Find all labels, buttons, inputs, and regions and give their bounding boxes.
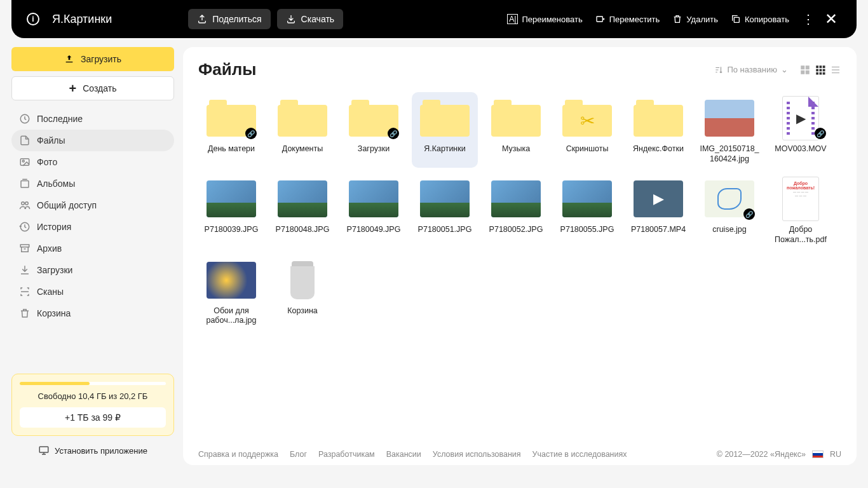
sidebar-item-scans[interactable]: Сканы bbox=[11, 281, 174, 302]
share-button[interactable]: Поделиться bbox=[188, 9, 270, 29]
shared-badge-icon: 🔗 bbox=[245, 128, 257, 139]
folder-item[interactable]: Я.Картинки bbox=[412, 92, 478, 168]
move-button[interactable]: Переместить bbox=[589, 9, 667, 29]
folder-item[interactable]: Документы bbox=[269, 92, 336, 168]
files-icon bbox=[19, 135, 31, 146]
svg-rect-22 bbox=[823, 72, 825, 74]
item-label: P7180051.JPG bbox=[418, 225, 472, 235]
trash-icon bbox=[287, 261, 318, 299]
view-large-icon[interactable] bbox=[799, 64, 811, 76]
image-item[interactable]: P7180052.JPG bbox=[483, 173, 549, 248]
item-label: Добро Пожал...ть.pdf bbox=[769, 225, 832, 245]
image-item[interactable]: Обои для рабоч...ла.jpg bbox=[198, 254, 264, 330]
image-item[interactable]: P7180051.JPG bbox=[412, 173, 478, 248]
sidebar-item-history[interactable]: История bbox=[11, 216, 174, 238]
create-label: Создать bbox=[83, 83, 116, 93]
rename-label: Переименовать bbox=[522, 15, 582, 24]
image-thumb bbox=[491, 180, 541, 217]
archive-icon bbox=[19, 243, 31, 254]
pdf-item[interactable]: Добро пожаловать!— — — —— — —Добро Пожал… bbox=[768, 173, 834, 248]
monitor-icon bbox=[38, 445, 50, 456]
delete-button[interactable]: Удалить bbox=[666, 9, 724, 29]
download-button[interactable]: Скачать bbox=[277, 9, 344, 29]
footer-link[interactable]: Разработчикам bbox=[318, 450, 375, 459]
trash-item[interactable]: Корзина bbox=[269, 254, 336, 330]
folder-item[interactable]: 🔗Загрузки bbox=[341, 92, 407, 168]
folder-item[interactable]: Яндекс.Фотки bbox=[625, 92, 691, 168]
upload-button[interactable]: Загрузить bbox=[11, 47, 174, 71]
svg-rect-18 bbox=[820, 69, 822, 71]
svg-rect-16 bbox=[823, 65, 825, 68]
upload-icon bbox=[64, 54, 74, 64]
sidebar-item-albums[interactable]: Альбомы bbox=[11, 173, 174, 194]
create-button[interactable]: + Создать bbox=[11, 76, 174, 100]
folder-item[interactable]: 🔗День матери bbox=[198, 92, 264, 168]
file-grid: 🔗День материДокументы🔗ЗагрузкиЯ.Картинки… bbox=[198, 92, 841, 330]
svg-rect-21 bbox=[820, 72, 822, 74]
download-label: Скачать bbox=[301, 14, 335, 24]
image-item[interactable]: IMG_20150718_160424.jpg bbox=[696, 92, 763, 168]
sort-label: По названию bbox=[727, 65, 777, 74]
image-thumb bbox=[349, 180, 398, 217]
rename-button[interactable]: A| Переименовать bbox=[501, 9, 588, 29]
item-label: Документы bbox=[282, 144, 323, 154]
sidebar-item-shared[interactable]: Общий доступ bbox=[11, 194, 174, 216]
install-app-link[interactable]: Установить приложение bbox=[11, 436, 174, 465]
info-icon[interactable]: i bbox=[27, 13, 39, 25]
sidebar-item-photo[interactable]: Фото bbox=[11, 151, 174, 173]
item-label: MOV003.MOV bbox=[775, 144, 826, 154]
pdf-thumb: Добро пожаловать!— — — —— — — bbox=[782, 177, 819, 221]
nav-list: ПоследниеФайлыФотоАльбомыОбщий доступИст… bbox=[11, 108, 174, 324]
shared-badge-icon: 🔗 bbox=[815, 128, 826, 139]
view-list-icon[interactable] bbox=[830, 64, 841, 76]
svg-rect-10 bbox=[801, 65, 804, 69]
footer-link[interactable]: Участие в исследованиях bbox=[532, 450, 627, 459]
sidebar-item-files[interactable]: Файлы bbox=[11, 130, 174, 151]
video-doc-item[interactable]: ▶🔗MOV003.MOV bbox=[768, 92, 834, 168]
svg-rect-9 bbox=[39, 447, 48, 452]
folder-item[interactable]: Музыка bbox=[483, 92, 549, 168]
footer-link[interactable]: Справка и поддержка bbox=[198, 450, 278, 459]
download-icon bbox=[286, 14, 296, 24]
install-label: Установить приложение bbox=[55, 446, 147, 456]
video-file-icon: ▶ bbox=[782, 96, 819, 140]
sidebar-item-trash[interactable]: Корзина bbox=[11, 302, 174, 324]
svg-rect-1 bbox=[734, 17, 739, 22]
image-item[interactable]: P7180048.JPG bbox=[269, 173, 336, 248]
svg-rect-20 bbox=[816, 72, 818, 74]
image-item[interactable]: P7180039.JPG bbox=[198, 173, 264, 248]
lang-label[interactable]: RU bbox=[830, 450, 841, 459]
storage-text: Свободно 10,4 ГБ из 20,2 ГБ bbox=[20, 391, 166, 401]
view-grid-icon[interactable] bbox=[815, 64, 826, 76]
item-label: День матери bbox=[208, 144, 255, 154]
footer-link[interactable]: Блог bbox=[290, 450, 307, 459]
image-item[interactable]: P7180055.JPG bbox=[554, 173, 620, 248]
copy-button[interactable]: Копировать bbox=[724, 9, 796, 29]
footer-link[interactable]: Условия использования bbox=[433, 450, 521, 459]
folder-icon bbox=[562, 100, 612, 137]
svg-rect-5 bbox=[21, 181, 29, 188]
topbar: i Я.Картинки Поделиться Скачать A| Переи… bbox=[11, 0, 857, 38]
svg-rect-11 bbox=[806, 65, 810, 69]
copy-icon bbox=[731, 14, 741, 24]
image-thumb bbox=[278, 180, 327, 217]
video-item[interactable]: ▶P7180057.MP4 bbox=[625, 173, 691, 248]
more-button[interactable]: ⋮ bbox=[796, 11, 821, 27]
sidebar-item-downloads[interactable]: Загрузки bbox=[11, 259, 174, 281]
albums-icon bbox=[19, 178, 31, 189]
upgrade-button[interactable]: +1 ТБ за 99 ₽ bbox=[20, 407, 166, 428]
storage-bar bbox=[20, 382, 166, 385]
image-item[interactable]: 🔗cruise.jpg bbox=[696, 173, 763, 248]
page-title: Файлы bbox=[198, 60, 256, 79]
sidebar-item-recent[interactable]: Последние bbox=[11, 108, 174, 130]
folder-item[interactable]: Скриншоты bbox=[554, 92, 620, 168]
sidebar-item-archive[interactable]: Архив bbox=[11, 238, 174, 259]
image-item[interactable]: P7180049.JPG bbox=[341, 173, 407, 248]
svg-rect-13 bbox=[806, 70, 810, 74]
sort-icon bbox=[714, 65, 723, 74]
sidebar-item-label: Файлы bbox=[37, 135, 65, 146]
close-button[interactable]: ✕ bbox=[821, 10, 841, 28]
sort-dropdown[interactable]: По названию ⌄ bbox=[714, 65, 788, 74]
footer-link[interactable]: Вакансии bbox=[386, 450, 421, 459]
folder-icon bbox=[278, 100, 327, 137]
